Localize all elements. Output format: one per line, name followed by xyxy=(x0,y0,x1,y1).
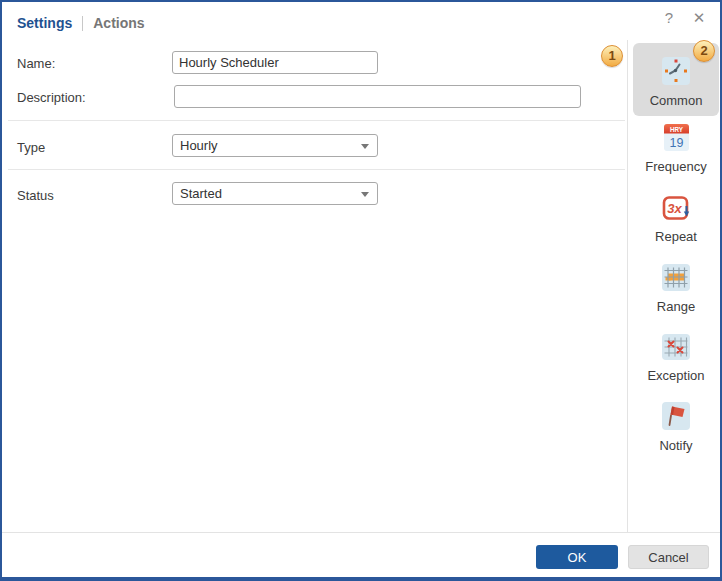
flag-icon xyxy=(661,401,691,435)
status-dropdown-value: Started xyxy=(180,186,222,201)
sidebar-divider xyxy=(627,40,628,532)
step-1-badge: 1 xyxy=(601,45,623,67)
cancel-button[interactable]: Cancel xyxy=(628,545,709,569)
repeat-icon: 3x xyxy=(662,195,691,226)
row-divider xyxy=(8,169,625,170)
calendar-icon-day-number: 19 xyxy=(669,136,683,150)
sidebar-item-frequency[interactable]: HRY 19 Frequency xyxy=(630,123,722,174)
description-label: Description: xyxy=(17,90,86,105)
calendar-range-icon xyxy=(661,263,691,296)
row-divider xyxy=(8,120,625,121)
tab-settings[interactable]: Settings xyxy=(17,15,72,31)
tab-bar: Settings Actions xyxy=(17,12,145,34)
sidebar-item-label: Range xyxy=(657,299,695,314)
close-icon[interactable]: ✕ xyxy=(690,9,708,27)
sidebar-item-label: Exception xyxy=(647,368,704,383)
type-dropdown-value: Hourly xyxy=(180,138,218,153)
description-input[interactable] xyxy=(174,85,581,108)
clock-icon xyxy=(661,56,691,90)
type-label: Type xyxy=(17,140,45,155)
type-dropdown[interactable]: Hourly xyxy=(172,134,378,157)
sidebar-item-label: Frequency xyxy=(645,159,706,174)
sidebar-item-exception[interactable]: Exception xyxy=(630,333,722,383)
help-icon[interactable]: ? xyxy=(660,9,678,27)
sidebar-item-label: Notify xyxy=(659,438,692,453)
footer-divider xyxy=(2,532,720,533)
ok-button[interactable]: OK xyxy=(536,545,618,569)
name-label: Name: xyxy=(17,56,55,71)
status-dropdown[interactable]: Started xyxy=(172,182,378,205)
sidebar-item-notify[interactable]: Notify xyxy=(630,401,722,453)
repeat-icon-text: 3x xyxy=(667,201,682,216)
calendar-icon: HRY 19 xyxy=(663,123,690,156)
tab-divider xyxy=(82,16,83,31)
scheduler-dialog: Settings Actions ? ✕ Name: Description: … xyxy=(0,0,722,581)
calendar-exception-icon xyxy=(661,333,691,365)
step-2-badge: 2 xyxy=(693,40,715,62)
chevron-down-icon xyxy=(361,144,369,149)
name-input[interactable] xyxy=(172,51,378,74)
status-label: Status xyxy=(17,188,54,203)
chevron-down-icon xyxy=(361,192,369,197)
sidebar-item-label: Repeat xyxy=(655,229,697,244)
sidebar-item-label: Common xyxy=(650,93,703,108)
tab-actions[interactable]: Actions xyxy=(93,15,144,31)
sidebar-item-range[interactable]: Range xyxy=(630,263,722,314)
sidebar-item-repeat[interactable]: 3x Repeat xyxy=(630,195,722,244)
calendar-icon-header-text: HRY xyxy=(669,126,683,133)
